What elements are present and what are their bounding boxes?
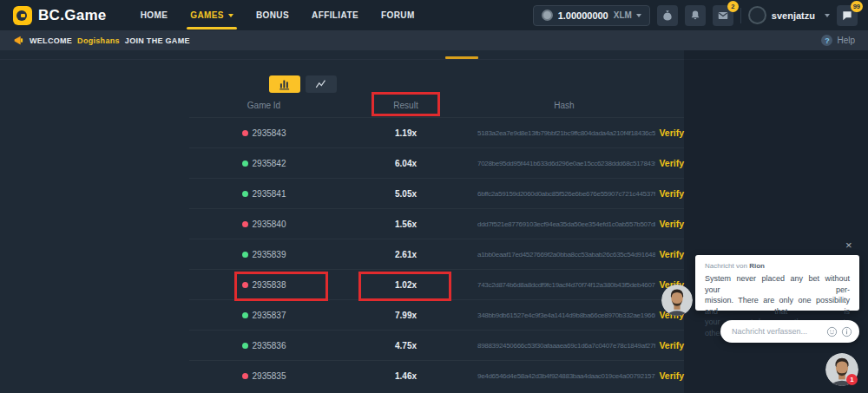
- game-id-value: 2935840: [253, 219, 286, 229]
- result-status-dot: [242, 221, 248, 227]
- game-id-cell: 2935837: [189, 311, 339, 320]
- logo-text: BC.Game: [38, 7, 107, 24]
- hash-value: 5183a2ea7e9d8e13fb79bbf21bc9ffc804dada4a…: [473, 129, 655, 137]
- game-id-value: 2935839: [253, 250, 286, 259]
- active-tab-indicator[interactable]: [445, 56, 478, 59]
- game-id-value: 2935837: [253, 311, 286, 320]
- result-value: 7.99x: [339, 311, 473, 320]
- game-id-cell: 2935842: [189, 159, 339, 168]
- result-value: 5.05x: [339, 189, 473, 199]
- nav-forum[interactable]: FORUM: [370, 0, 426, 30]
- chat-message-header: Nachricht von Rion: [705, 262, 850, 270]
- balance-selector[interactable]: 1.00000000 XLM: [533, 5, 650, 26]
- table-body: 2935843 1.19x 5183a2ea7e9d8e13fb79bbf21b…: [189, 117, 684, 390]
- verify-link[interactable]: Verify: [655, 340, 684, 350]
- chat-message-input[interactable]: [732, 327, 826, 336]
- result-value: 4.75x: [339, 341, 473, 350]
- welcome-username: Dogishans: [77, 36, 120, 45]
- table-row: 2935836 4.75x 8988392450666c53f30afaaaea…: [189, 330, 684, 360]
- game-id-value: 2935841: [253, 189, 286, 199]
- game-id-cell: 2935840: [189, 219, 339, 229]
- bcgame-logo[interactable]: BC.Game: [13, 6, 107, 25]
- verify-link[interactable]: Verify: [655, 158, 684, 168]
- game-id-cell: 2935836: [189, 341, 339, 350]
- top-header: BC.Game HOME GAMES BONUS AFFILIATE FORUM…: [0, 0, 868, 30]
- chat-badge: 99: [851, 1, 863, 12]
- balance-amount: 1.00000000: [558, 10, 608, 21]
- avatar: [748, 6, 766, 24]
- messages-button[interactable]: 2: [713, 5, 733, 26]
- bcgame-logo-icon: [13, 6, 32, 25]
- chevron-down-icon: [825, 14, 830, 17]
- hash-value: 8988392450666c53f30afaaaea69c1d6a7c0407e…: [473, 342, 655, 350]
- nav-games[interactable]: GAMES: [179, 0, 245, 30]
- chat-unread-badge: 1: [846, 374, 858, 385]
- table-row: 2935838 1.02x 743c2d874b6d8a8dcdf9fc19ac…: [189, 269, 684, 299]
- verify-link[interactable]: Verify: [655, 219, 684, 229]
- hash-value: 348bb9db61527e4c9f3e4a1414d9b8ba66ce8970…: [473, 311, 655, 319]
- game-history-table: Game Id Result Hash 2935843 1.19x 5183a2…: [189, 93, 684, 390]
- chevron-down-icon: [636, 14, 641, 17]
- game-id-cell: 2935835: [189, 371, 339, 381]
- mail-badge: 2: [727, 1, 739, 12]
- balance-currency: XLM: [614, 10, 641, 20]
- help-label: Help: [837, 36, 855, 45]
- nav-home[interactable]: HOME: [129, 0, 180, 30]
- chat-sender-name: Rion: [749, 262, 765, 270]
- chat-input-icons: [826, 326, 852, 337]
- result-value: 1.19x: [339, 128, 473, 138]
- verify-link[interactable]: Verify: [655, 128, 684, 138]
- chat-message-line: System never placed any bet without your…: [705, 273, 850, 295]
- game-id-cell: 2935841: [189, 189, 339, 199]
- game-id-cell: 2935839: [189, 250, 339, 259]
- chat-message-card: Nachricht von Rion System never placed a…: [695, 255, 859, 311]
- history-view-button[interactable]: [269, 75, 300, 93]
- help-link[interactable]: ? Help: [821, 35, 855, 46]
- close-icon[interactable]: ×: [845, 239, 852, 251]
- welcome-suffix: JOIN THE GAME: [125, 36, 190, 45]
- user-menu[interactable]: svenjatzu: [748, 6, 830, 24]
- nav-bonus[interactable]: BONUS: [245, 0, 300, 30]
- result-status-dot: [242, 160, 248, 167]
- info-icon[interactable]: [841, 326, 852, 337]
- result-value: 6.04x: [339, 159, 473, 168]
- game-id-value: 2935843: [253, 128, 286, 138]
- game-id-cell: 2935838: [189, 280, 339, 290]
- nav-affiliate[interactable]: AFFILIATE: [300, 0, 370, 30]
- game-id-value: 2935842: [253, 159, 286, 168]
- result-status-dot: [242, 130, 248, 136]
- table-row: 2935842 6.04x 7028be95dd95f441b633d6d296…: [189, 147, 684, 178]
- result-status-dot: [242, 312, 248, 318]
- coin-icon: [542, 10, 553, 21]
- verify-link[interactable]: Verify: [655, 370, 684, 381]
- table-row: 2935839 2.61x a1bb0eaaf17ed4527669f2a0bb…: [189, 239, 684, 269]
- notifications-button[interactable]: [685, 5, 706, 26]
- header-right: 1.00000000 XLM 2 svenjatzu 99: [533, 5, 858, 26]
- wallet-icon: [661, 10, 674, 22]
- emoji-icon[interactable]: [826, 326, 838, 337]
- chevron-down-icon: [228, 14, 233, 17]
- verify-link[interactable]: Verify: [655, 188, 684, 199]
- hash-value: 7028be95dd95f441b633d6d296e0ae15cc6238dd…: [473, 160, 655, 167]
- result-value: 2.61x: [339, 250, 473, 259]
- col-header-result: Result: [339, 101, 473, 110]
- hash-value: a1bb0eaaf17ed4527669f2a0bba8cc53abab26c6…: [473, 251, 655, 259]
- chat-button[interactable]: 99: [837, 5, 858, 26]
- chat-message-line: mission. There are only one possibility …: [705, 295, 850, 317]
- trend-chart-icon: [314, 78, 328, 90]
- hash-value: 743c2d874b6d8a8dcdf9fc19acf4d70f74f12a38…: [473, 281, 655, 289]
- game-id-cell: 2935843: [189, 128, 339, 138]
- megaphone-icon: [13, 35, 24, 46]
- result-status-dot: [242, 252, 248, 258]
- username: svenjatzu: [772, 10, 815, 21]
- verify-link[interactable]: Verify: [655, 249, 684, 259]
- trend-view-button[interactable]: [306, 75, 337, 93]
- divider: [740, 8, 741, 23]
- wallet-button[interactable]: [657, 5, 678, 26]
- table-row: 2935843 1.19x 5183a2ea7e9d8e13fb79bbf21b…: [189, 117, 684, 147]
- hash-value: ddd7f521e87769103ecf94ea35da50ee354efd1c…: [473, 220, 655, 228]
- table-header-row: Game Id Result Hash: [189, 93, 684, 117]
- table-row: 2935841 5.05x 6bffc2a59159d2060d0abc85f5…: [189, 178, 684, 208]
- table-row: 2935840 1.56x ddd7f521e87769103ecf94ea35…: [189, 208, 684, 239]
- result-status-dot: [242, 191, 248, 197]
